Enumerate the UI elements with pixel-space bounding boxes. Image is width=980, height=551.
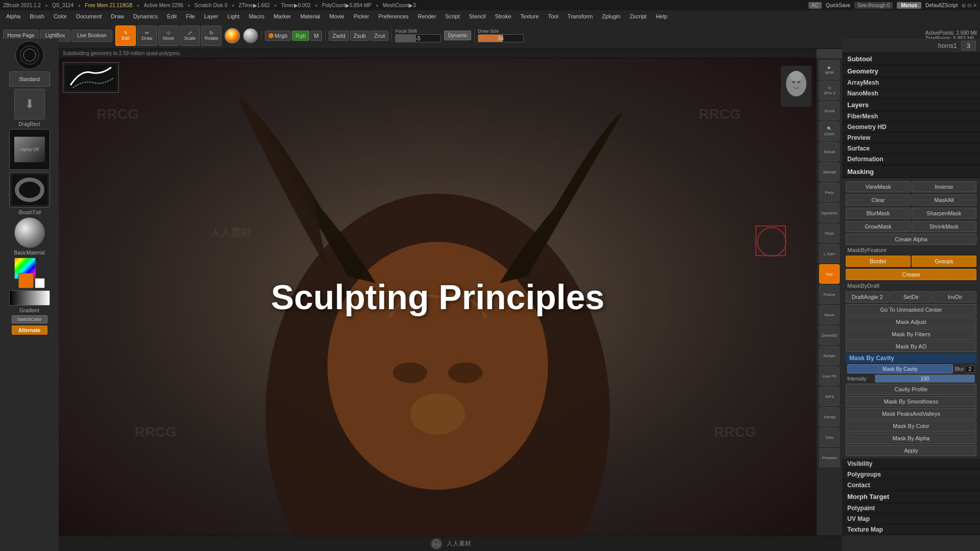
menu-dynamics[interactable]: Dynamics <box>129 12 162 20</box>
sharpenmask-btn[interactable]: SharpenMask <box>912 208 976 219</box>
contact-header[interactable]: Contact <box>842 480 980 491</box>
shrinkmask-btn[interactable]: ShrinkMask <box>912 221 976 232</box>
menu-draw[interactable]: Draw <box>107 12 128 20</box>
aahalf-btn[interactable]: AAHalf <box>819 162 840 182</box>
menu-document[interactable]: Document <box>72 12 106 20</box>
dynamic-side-btn[interactable]: Dynamic <box>819 203 840 222</box>
menu-color[interactable]: Color <box>50 12 71 20</box>
menu-edit[interactable]: Edit <box>163 12 181 20</box>
texture-map-header[interactable]: Texture Map <box>842 524 980 535</box>
xyz-btn[interactable]: Xyz <box>819 264 840 284</box>
mask-by-cavity-header[interactable]: Mask By Cavity <box>845 353 977 363</box>
mask-adjust-btn[interactable]: Mask Adjust <box>846 316 976 328</box>
actual-btn[interactable]: Actual <box>819 142 840 161</box>
material-sphere[interactable] <box>243 28 258 43</box>
menu-layer[interactable]: Layer <box>200 12 223 20</box>
brush-preview[interactable] <box>15 41 44 69</box>
zadd-btn[interactable]: Zadd <box>329 31 349 41</box>
rotate-btn[interactable]: ↻ Rotate <box>201 26 222 46</box>
goto-unmasked-btn[interactable]: Go To Unmasked Center <box>846 304 976 315</box>
color-swatch[interactable] <box>14 258 45 288</box>
subtool-header[interactable]: Subtool <box>842 53 980 65</box>
cavity-profile-btn[interactable]: Cavity Profile <box>846 384 976 395</box>
draw-btn[interactable]: ✏ Draw <box>137 26 157 46</box>
zsub-btn[interactable]: Zsub <box>350 31 370 41</box>
draftangle-btn[interactable]: DraftAngle 2 <box>846 291 889 303</box>
preview-side-btn[interactable]: Preview <box>819 448 840 467</box>
move-btn[interactable]: ⊹ Move <box>158 26 179 46</box>
morph-target-header[interactable]: Morph Target <box>842 491 980 503</box>
menu-transform[interactable]: Transform <box>564 12 597 20</box>
blurmask-btn[interactable]: BlurMask <box>846 208 911 219</box>
zcut-btn[interactable]: Zcut <box>371 31 388 41</box>
mask-alpha-btn[interactable]: Mask By Alpha <box>846 433 976 444</box>
mask-smoothness-btn[interactable]: Mask By Smoothness <box>846 396 976 407</box>
dragrect-preview[interactable]: ⬇ <box>14 89 45 119</box>
material-preview[interactable] <box>14 217 45 248</box>
standard-brush-btn[interactable]: Standard <box>9 71 50 87</box>
maskall-btn[interactable]: MaskAll <box>912 194 976 206</box>
canvas-area[interactable]: RRCG RRCG RRCG RRCG 人人素材 人人素材 人人素材 <box>59 58 817 536</box>
transp-btn[interactable]: Transp <box>819 407 840 427</box>
menu-stroke[interactable]: Stroke <box>491 12 516 20</box>
lsym-btn[interactable]: L.Sym <box>819 244 840 263</box>
fibermesh-header[interactable]: FiberMesh <box>842 111 980 122</box>
rotate-side-btn[interactable]: Rotate <box>819 346 840 365</box>
zoom3d-btn[interactable]: Zoom3D <box>819 325 840 345</box>
switch-color-btn[interactable]: SwitchColor <box>12 315 47 323</box>
spix-btn[interactable]: ⊙ SPix 3 <box>819 81 840 100</box>
viewmask-btn[interactable]: ViewMask <box>846 181 911 192</box>
rgb-btn[interactable]: Rgb <box>292 31 309 41</box>
arraymesh-header[interactable]: ArrayMesh <box>842 78 980 88</box>
gradient-preview[interactable] <box>9 290 50 306</box>
deformation-header[interactable]: Deformation <box>842 154 980 165</box>
apply-btn[interactable]: Apply <box>846 445 976 456</box>
menu-brush[interactable]: Brush <box>26 12 48 20</box>
live-boolean-tab-btn[interactable]: Live Boolean <box>71 30 112 42</box>
menu-script[interactable]: Script <box>442 12 464 20</box>
menu-render[interactable]: Render <box>414 12 440 20</box>
preview-header[interactable]: Preview <box>842 133 980 143</box>
menu-help[interactable]: Help <box>652 12 672 20</box>
mrgb-btn[interactable]: Mrgb <box>265 31 291 41</box>
menu-movie[interactable]: Movie <box>325 12 348 20</box>
frame-btn[interactable]: Frame <box>819 285 840 304</box>
alpha-off-btn[interactable]: Alpha Off <box>9 129 50 170</box>
edit-btn[interactable]: ✎ Edit <box>115 26 136 46</box>
quicksave-btn[interactable]: QuickSave <box>826 3 850 8</box>
scale-btn[interactable]: ⤢ Scale <box>180 26 200 46</box>
visibility-header[interactable]: Visibility <box>842 459 980 469</box>
surface-header[interactable]: Surface <box>842 143 980 154</box>
uv-map-header[interactable]: UV Map <box>842 514 980 524</box>
menu-material[interactable]: Material <box>296 12 324 20</box>
intensity-slider[interactable]: 100 <box>875 374 975 383</box>
scroll-btn[interactable]: Scroll <box>819 101 840 120</box>
nanomesh-header[interactable]: NanoMesh <box>842 88 980 99</box>
menu-tool[interactable]: Tool <box>544 12 562 20</box>
create-alpha-btn[interactable]: Create Alpha <box>846 234 976 245</box>
ac-btn[interactable]: AC <box>808 2 822 9</box>
arfit-btn[interactable]: ArFit <box>819 387 840 406</box>
groups-btn[interactable]: Groups <box>912 256 976 267</box>
solo-btn[interactable]: Solo <box>819 428 840 447</box>
border-btn[interactable]: Border <box>846 256 911 267</box>
menu-zplugin[interactable]: Zplugin <box>598 12 625 20</box>
menu-light[interactable]: Light <box>224 12 244 20</box>
color-picker-circle[interactable] <box>225 28 240 43</box>
default-zscript[interactable]: DefaultZScript <box>925 3 958 8</box>
draw-size-slider[interactable]: 54 <box>478 34 524 42</box>
mask-cavity-btn[interactable]: Mask By Cavity <box>847 364 953 373</box>
m-btn[interactable]: M <box>310 31 322 41</box>
see-through[interactable]: See-through 0 <box>854 2 893 9</box>
persp-btn[interactable]: Perp <box>819 183 840 202</box>
menu-file[interactable]: File <box>182 12 199 20</box>
lineplt-btn[interactable]: Line Plt <box>819 366 840 386</box>
mask-ao-btn[interactable]: Mask By AO <box>846 341 976 352</box>
menu-preferences[interactable]: Preferences <box>374 12 412 20</box>
bpr-btn[interactable]: ▶ BPR <box>819 60 840 80</box>
menu-texture[interactable]: Texture <box>517 12 543 20</box>
alternate-btn[interactable]: Alternate <box>12 325 47 335</box>
inverse-btn[interactable]: Inverse <box>912 181 976 192</box>
invdir-btn[interactable]: InvDir <box>934 291 976 303</box>
floor-btn[interactable]: Floor <box>819 223 840 243</box>
